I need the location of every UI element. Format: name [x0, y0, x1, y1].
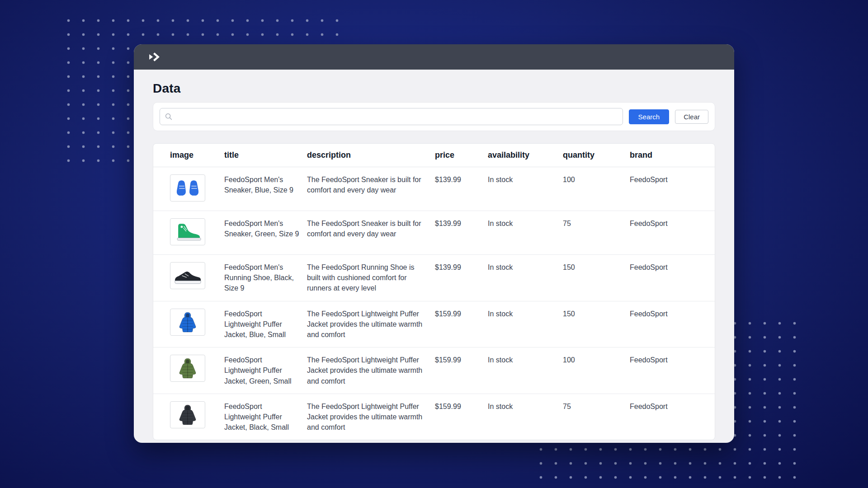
cell-description: The FeedoSport Running Shoe is built wit… [307, 255, 435, 301]
cell-description: The FeedoSport Sneaker is built for comf… [307, 211, 435, 255]
column-header-quantity: quantity [563, 144, 630, 167]
cell-brand: FeedoSport [630, 394, 715, 440]
search-input[interactable] [160, 108, 623, 125]
column-header-price: price [435, 144, 488, 167]
cell-quantity: 150 [563, 301, 630, 347]
cell-brand: FeedoSport [630, 167, 715, 211]
black-running-shoe-image [170, 262, 205, 289]
main-content: Data Search Clear [134, 81, 734, 440]
cell-title: FeedoSport Men's Running Shoe, Black, Si… [224, 255, 307, 301]
column-header-image: image [153, 144, 224, 167]
search-input-wrapper [160, 108, 623, 125]
cell-brand: FeedoSport [630, 301, 715, 347]
column-header-brand: brand [630, 144, 715, 167]
cell-image [153, 167, 224, 211]
green-puffer-jacket-image [170, 355, 205, 382]
cell-image [153, 394, 224, 440]
cell-price: $139.99 [435, 167, 488, 211]
table-row: FeedoSport Men's Sneaker, Blue, Size 9Th… [153, 167, 715, 211]
table-header-row: imagetitledescriptionpriceavailabilityqu… [153, 144, 715, 167]
table-row: FeedoSport Lightweight Puffer Jacket, Gr… [153, 347, 715, 394]
cell-brand: FeedoSport [630, 347, 715, 394]
cell-image [153, 347, 224, 394]
cell-availability: In stock [488, 255, 563, 301]
cell-price: $159.99 [435, 394, 488, 440]
data-table-panel: imagetitledescriptionpriceavailabilityqu… [153, 143, 715, 440]
search-panel: Search Clear [153, 102, 715, 131]
app-logo-icon [147, 50, 161, 64]
cell-quantity: 150 [563, 255, 630, 301]
clear-button[interactable]: Clear [675, 110, 708, 124]
search-button[interactable]: Search [629, 109, 670, 124]
cell-title: FeedoSport Lightweight Puffer Jacket, Bl… [224, 394, 307, 440]
cell-availability: In stock [488, 394, 563, 440]
table-row: FeedoSport Men's Sneaker, Green, Size 9T… [153, 211, 715, 255]
desktop-background: { "app": { "logo": "double-chevron-logo"… [0, 0, 868, 488]
cell-title: FeedoSport Men's Sneaker, Blue, Size 9 [224, 167, 307, 211]
table-row: FeedoSport Men's Running Shoe, Black, Si… [153, 255, 715, 301]
green-sneaker-image [170, 218, 205, 245]
cell-brand: FeedoSport [630, 255, 715, 301]
column-header-title: title [224, 144, 307, 167]
cell-description: The FeedoSport Lightweight Puffer Jacket… [307, 301, 435, 347]
cell-quantity: 75 [563, 394, 630, 440]
cell-price: $159.99 [435, 347, 488, 394]
cell-image [153, 211, 224, 255]
blue-sneaker-image [170, 174, 205, 202]
cell-availability: In stock [488, 211, 563, 255]
cell-quantity: 100 [563, 167, 630, 211]
cell-title: FeedoSport Lightweight Puffer Jacket, Gr… [224, 347, 307, 394]
blue-puffer-jacket-image [170, 309, 205, 336]
cell-availability: In stock [488, 167, 563, 211]
table-row: FeedoSport Lightweight Puffer Jacket, Bl… [153, 394, 715, 440]
data-table: imagetitledescriptionpriceavailabilityqu… [153, 144, 715, 440]
column-header-description: description [307, 144, 435, 167]
cell-price: $159.99 [435, 301, 488, 347]
cell-availability: In stock [488, 347, 563, 394]
table-row: FeedoSport Lightweight Puffer Jacket, Bl… [153, 301, 715, 347]
cell-image [153, 301, 224, 347]
black-puffer-jacket-image [170, 401, 205, 428]
cell-availability: In stock [488, 301, 563, 347]
app-header-bar [134, 44, 734, 70]
cell-brand: FeedoSport [630, 211, 715, 255]
cell-title: FeedoSport Lightweight Puffer Jacket, Bl… [224, 301, 307, 347]
table-body: FeedoSport Men's Sneaker, Blue, Size 9Th… [153, 167, 715, 440]
cell-price: $139.99 [435, 255, 488, 301]
cell-description: The FeedoSport Sneaker is built for comf… [307, 167, 435, 211]
cell-description: The FeedoSport Lightweight Puffer Jacket… [307, 394, 435, 440]
search-icon [165, 113, 173, 121]
cell-title: FeedoSport Men's Sneaker, Green, Size 9 [224, 211, 307, 255]
cell-quantity: 75 [563, 211, 630, 255]
cell-quantity: 100 [563, 347, 630, 394]
page-title: Data [153, 81, 715, 96]
cell-price: $139.99 [435, 211, 488, 255]
cell-image [153, 255, 224, 301]
app-window: Data Search Clear [134, 44, 734, 443]
cell-description: The FeedoSport Lightweight Puffer Jacket… [307, 347, 435, 394]
column-header-availability: availability [488, 144, 563, 167]
